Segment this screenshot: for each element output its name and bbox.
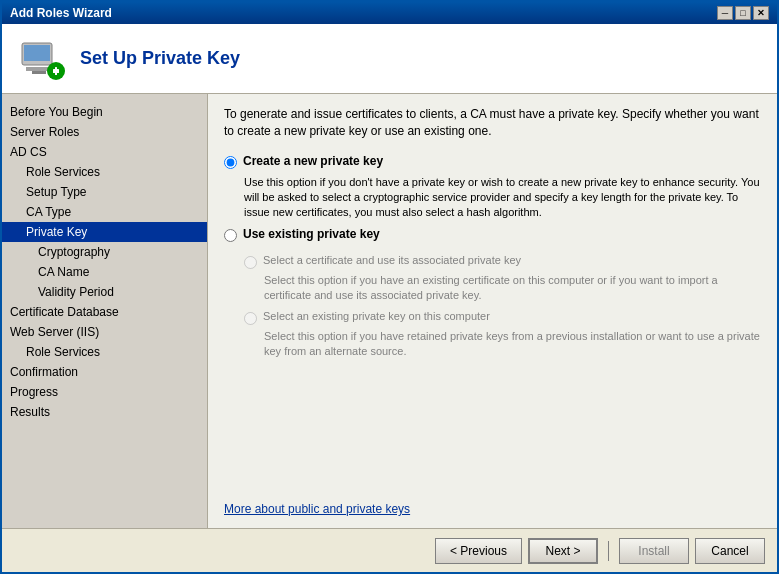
create-new-key-option[interactable]: Create a new private key	[224, 154, 761, 169]
sidebar-item-cryptography[interactable]: Cryptography	[2, 242, 207, 262]
create-new-key-label[interactable]: Create a new private key	[243, 154, 383, 168]
select-existing-key-radio[interactable]	[244, 312, 257, 325]
add-roles-wizard-window: Add Roles Wizard ─ □ ✕ Set Up Private Ke…	[0, 0, 779, 574]
select-existing-key-option[interactable]: Select an existing private key on this c…	[244, 310, 761, 325]
sidebar-item-private-key[interactable]: Private Key	[2, 222, 207, 242]
sidebar-item-web-server[interactable]: Web Server (IIS)	[2, 322, 207, 342]
sidebar-item-progress[interactable]: Progress	[2, 382, 207, 402]
use-existing-key-label[interactable]: Use existing private key	[243, 227, 380, 241]
link-area: More about public and private keys	[224, 492, 761, 516]
svg-rect-1	[24, 45, 50, 61]
use-existing-key-option[interactable]: Use existing private key	[224, 227, 761, 242]
select-cert-desc: Select this option if you have an existi…	[264, 273, 761, 304]
sub-radio-group: Select a certificate and use its associa…	[244, 254, 761, 366]
maximize-button[interactable]: □	[735, 6, 751, 20]
sidebar-item-role-services[interactable]: Role Services	[2, 162, 207, 182]
sidebar-item-results[interactable]: Results	[2, 402, 207, 422]
title-bar: Add Roles Wizard ─ □ ✕	[2, 2, 777, 24]
header-section: Set Up Private Key	[2, 24, 777, 94]
sidebar-item-server-roles[interactable]: Server Roles	[2, 122, 207, 142]
title-bar-buttons: ─ □ ✕	[717, 6, 769, 20]
svg-rect-6	[55, 67, 57, 75]
select-cert-radio[interactable]	[244, 256, 257, 269]
sidebar-item-confirmation[interactable]: Confirmation	[2, 362, 207, 382]
main-content: Before You Begin Server Roles AD CS Role…	[2, 94, 777, 528]
footer: < Previous Next > Install Cancel	[2, 528, 777, 572]
sidebar-item-before-you-begin[interactable]: Before You Begin	[2, 102, 207, 122]
use-existing-key-radio[interactable]	[224, 229, 237, 242]
window-title: Add Roles Wizard	[10, 6, 112, 20]
sidebar-item-ad-cs[interactable]: AD CS	[2, 142, 207, 162]
cancel-button[interactable]: Cancel	[695, 538, 765, 564]
wizard-icon	[18, 35, 66, 83]
help-link[interactable]: More about public and private keys	[224, 502, 410, 516]
previous-button[interactable]: < Previous	[435, 538, 522, 564]
close-button[interactable]: ✕	[753, 6, 769, 20]
content-description: To generate and issue certificates to cl…	[224, 106, 761, 140]
content-area: To generate and issue certificates to cl…	[208, 94, 777, 528]
sidebar: Before You Begin Server Roles AD CS Role…	[2, 94, 208, 528]
select-cert-label[interactable]: Select a certificate and use its associa…	[263, 254, 521, 266]
header-title: Set Up Private Key	[80, 48, 240, 69]
create-new-key-desc: Use this option if you don't have a priv…	[244, 175, 761, 221]
sidebar-item-certificate-database[interactable]: Certificate Database	[2, 302, 207, 322]
install-button[interactable]: Install	[619, 538, 689, 564]
sidebar-item-role-services-iis[interactable]: Role Services	[2, 342, 207, 362]
create-new-key-radio[interactable]	[224, 156, 237, 169]
sidebar-item-ca-type[interactable]: CA Type	[2, 202, 207, 222]
svg-rect-3	[32, 71, 46, 74]
select-existing-key-label[interactable]: Select an existing private key on this c…	[263, 310, 490, 322]
sidebar-item-setup-type[interactable]: Setup Type	[2, 182, 207, 202]
select-cert-option[interactable]: Select a certificate and use its associa…	[244, 254, 761, 269]
select-existing-key-desc: Select this option if you have retained …	[264, 329, 761, 360]
next-button[interactable]: Next >	[528, 538, 598, 564]
footer-divider	[608, 541, 609, 561]
sidebar-item-ca-name[interactable]: CA Name	[2, 262, 207, 282]
minimize-button[interactable]: ─	[717, 6, 733, 20]
sidebar-item-validity-period[interactable]: Validity Period	[2, 282, 207, 302]
